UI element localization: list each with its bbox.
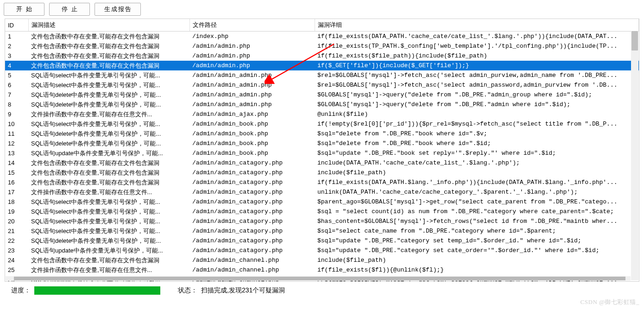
cell-id: 1 [5, 32, 28, 42]
table-row[interactable]: 24文件包含函数中存在变量,可能存在文件包含漏洞/admin/admin_cha… [5, 255, 639, 265]
scrollbar-thumb-h[interactable] [14, 277, 625, 280]
table-row[interactable]: 19SQL语句select中条件变量无单引号保护，可能.../admin/adm… [5, 207, 639, 216]
cell-desc: 文件包含函数中存在变量,可能存在文件包含漏洞 [28, 41, 189, 51]
cell-id: 10 [5, 119, 28, 129]
table-row[interactable]: 10SQL语句select中条件变量无单引号保护，可能.../admin/adm… [5, 119, 639, 129]
status-text: 扫描完成,发现231个可疑漏洞 [201, 286, 285, 295]
cell-path: /admin/admin_catagory.php [189, 226, 315, 236]
cell-path: /admin/admin_catagory.php [189, 168, 315, 177]
cell-detail: $rel=$GLOBALS['mysql']->fetch_asc('selec… [315, 80, 639, 90]
col-header-path[interactable]: 文件路径 [189, 19, 315, 32]
cell-detail: include($file_path) [315, 168, 639, 177]
cell-id: 12 [5, 139, 28, 148]
cell-detail: $rel=$GLOBALS['mysql']->fetch_asc('selec… [315, 70, 639, 80]
cell-id: 19 [5, 207, 28, 216]
table-row[interactable]: 15文件包含函数中存在变量,可能存在文件包含漏洞/admin/admin_cat… [5, 168, 639, 177]
cell-path: /admin/admin_catagory.php [189, 207, 315, 216]
cell-path: /admin/admin_catagory.php [189, 216, 315, 226]
table-row[interactable]: 25文件操作函数中存在变量,可能存在任意文件.../admin/admin_ch… [5, 265, 639, 275]
table-row[interactable]: 21SQL语句select中条件变量无单引号保护，可能.../admin/adm… [5, 226, 639, 236]
report-button[interactable]: 生成报告 [95, 3, 141, 16]
stop-button[interactable]: 停止 [49, 3, 90, 16]
table-row[interactable]: 14文件包含函数中存在变量,可能存在文件包含漏洞/admin/admin_cat… [5, 158, 639, 168]
scrollbar-thumb[interactable] [631, 31, 638, 51]
progress-bar [34, 286, 160, 295]
table-row[interactable]: 6SQL语句select中条件变量无单引号保护，可能.../admin/admi… [5, 80, 639, 90]
start-button[interactable]: 开始 [4, 3, 44, 16]
cell-id: 23 [5, 246, 28, 255]
cell-path: /admin/admin_catagory.php [189, 236, 315, 246]
table-row[interactable]: 11SQL语句delete中条件变量无单引号保护，可能.../admin/adm… [5, 129, 639, 139]
cell-desc: 文件包含函数中存在变量,可能存在文件包含漏洞 [28, 168, 189, 177]
cell-id: 20 [5, 216, 28, 226]
cell-id: 22 [5, 236, 28, 246]
table-row[interactable]: 16文件包含函数中存在变量,可能存在文件包含漏洞/admin/admin_cat… [5, 177, 639, 187]
cell-detail: if(file_exists(DATA_PATH.$lang.'_info.ph… [315, 177, 639, 187]
cell-path: /admin/admin.php [189, 41, 315, 51]
cell-desc: 文件包含函数中存在变量,可能存在文件包含漏洞 [28, 158, 189, 168]
cell-desc: SQL语句delete中条件变量无单引号保护，可能... [28, 139, 189, 148]
cell-desc: 文件包含函数中存在变量,可能存在文件包含漏洞 [28, 255, 189, 265]
table-row[interactable]: 17文件操作函数中存在变量,可能存在任意文件.../admin/admin_ca… [5, 187, 639, 197]
cell-detail: if(file_exists($file_path)){include($fil… [315, 51, 639, 61]
cell-id: 24 [5, 255, 28, 265]
cell-path: /admin/admin_catagory.php [189, 158, 315, 168]
cell-id: 25 [5, 265, 28, 275]
results-table: ID 漏洞描述 文件路径 漏洞详细 1文件包含函数中存在变量,可能存在文件包含漏… [5, 19, 639, 282]
cell-path: /admin/admin_channel.php [189, 255, 315, 265]
cell-detail: $has_content=$GLOBALS['mysql']->fetch_ro… [315, 216, 639, 226]
table-row[interactable]: 13SQL语句update中条件变量无单引号保护，可能.../admin/adm… [5, 148, 639, 158]
vertical-scrollbar[interactable] [631, 31, 638, 280]
table-row[interactable]: 3文件包含函数中存在变量,可能存在文件包含漏洞/admin/admin.phpi… [5, 51, 639, 61]
col-header-detail[interactable]: 漏洞详细 [315, 19, 639, 32]
cell-id: 6 [5, 80, 28, 90]
cell-detail: if(file_exists(TP_PATH.$_confing['web_te… [315, 41, 639, 51]
cell-desc: SQL语句update中条件变量无单引号保护，可能... [28, 246, 189, 255]
cell-path: /admin/admin_catagory.php [189, 187, 315, 197]
col-header-id[interactable]: ID [5, 19, 28, 32]
table-row[interactable]: 8SQL语句delete中条件变量无单引号保护，可能.../admin/admi… [5, 100, 639, 109]
col-header-desc[interactable]: 漏洞描述 [28, 19, 189, 32]
cell-desc: 文件操作函数中存在变量,可能存在任意文件... [28, 109, 189, 119]
cell-id: 11 [5, 129, 28, 139]
toolbar: 开始 停止 生成报告 [0, 0, 644, 19]
table-row[interactable]: 12SQL语句delete中条件变量无单引号保护，可能.../admin/adm… [5, 139, 639, 148]
cell-id: 4 [5, 61, 28, 70]
results-table-container: ID 漏洞描述 文件路径 漏洞详细 1文件包含函数中存在变量,可能存在文件包含漏… [5, 19, 639, 282]
cell-detail: @unlink($file) [315, 109, 639, 119]
cell-id: 15 [5, 168, 28, 177]
cell-detail: $sql="update ".DB_PRE."category set temp… [315, 236, 639, 246]
cell-desc: SQL语句delete中条件变量无单引号保护，可能... [28, 236, 189, 246]
table-row[interactable]: 22SQL语句delete中条件变量无单引号保护，可能.../admin/adm… [5, 236, 639, 246]
cell-path: /admin/admin.php [189, 51, 315, 61]
cell-id: 13 [5, 148, 28, 158]
table-row[interactable]: 5SQL语句select中条件变量无单引号保护，可能.../admin/admi… [5, 70, 639, 80]
cell-desc: SQL语句select中条件变量无单引号保护，可能... [28, 207, 189, 216]
horizontal-scrollbar[interactable] [6, 276, 631, 281]
cell-detail: $sql = "select count(id) as num from ".D… [315, 207, 639, 216]
cell-path: /admin/admin_catagory.php [189, 177, 315, 187]
table-row[interactable]: 9文件操作函数中存在变量,可能存在任意文件.../admin/admin_aja… [5, 109, 639, 119]
cell-path: /admin/admin_book.php [189, 119, 315, 129]
cell-path: /admin/admin_book.php [189, 139, 315, 148]
cell-id: 5 [5, 70, 28, 80]
cell-detail: if(!empty($rel[0]['pr_id'])){$pr_rel=$my… [315, 119, 639, 129]
table-row[interactable]: 7SQL语句delete中条件变量无单引号保护，可能.../admin/admi… [5, 90, 639, 100]
table-row[interactable]: 1文件包含函数中存在变量,可能存在文件包含漏洞/index.phpif(file… [5, 32, 639, 42]
table-row[interactable]: 2文件包含函数中存在变量,可能存在文件包含漏洞/admin/admin.phpi… [5, 41, 639, 51]
table-row[interactable]: 23SQL语句update中条件变量无单引号保护，可能.../admin/adm… [5, 246, 639, 255]
cell-id: 17 [5, 187, 28, 197]
table-row[interactable]: 18SQL语句select中条件变量无单引号保护，可能.../admin/adm… [5, 197, 639, 207]
cell-detail: include($file_path) [315, 255, 639, 265]
cell-path: /admin/admin_admin.php [189, 90, 315, 100]
cell-detail: $GLOBALS['mysql']->query("delete from ".… [315, 90, 639, 100]
cell-id: 21 [5, 226, 28, 236]
cell-detail: if($_GET['file']){include($_GET['file'])… [315, 61, 639, 70]
cell-path: /admin/admin_admin.php [189, 80, 315, 90]
cell-detail: if(file_exists(DATA_PATH.'cache_cate/cat… [315, 32, 639, 42]
cell-detail: unlink(DATA_PATH.'cache_cate/cache_categ… [315, 187, 639, 197]
table-row[interactable]: 20SQL语句select中条件变量无单引号保护，可能.../admin/adm… [5, 216, 639, 226]
cell-desc: 文件包含函数中存在变量,可能存在文件包含漏洞 [28, 177, 189, 187]
cell-path: /admin/admin_admin.php [189, 70, 315, 80]
table-row[interactable]: 4文件包含函数中存在变量,可能存在文件包含漏洞/admin/admin.phpi… [5, 61, 639, 70]
